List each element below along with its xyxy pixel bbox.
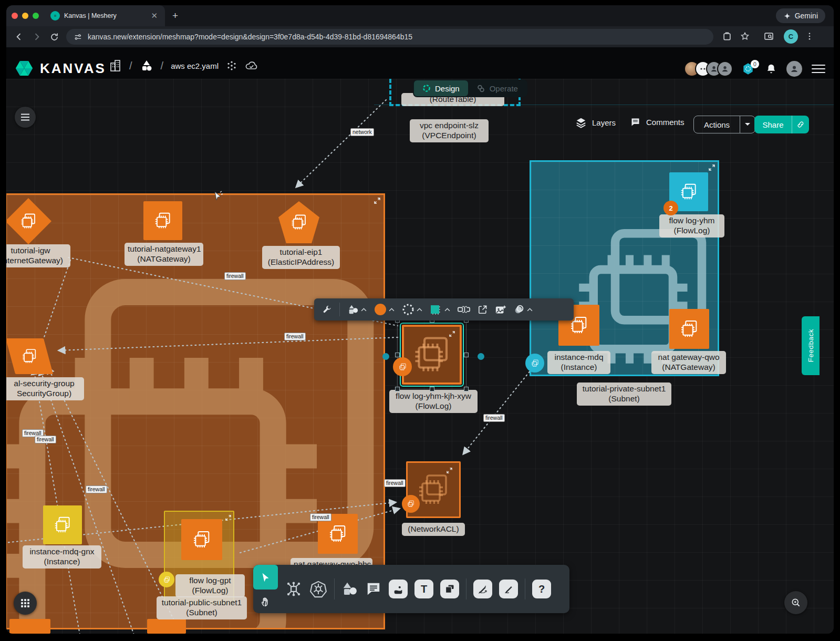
node-nat-gateway-qwo[interactable]	[669, 309, 709, 349]
save-icon[interactable]	[722, 31, 732, 42]
app-menu-icon[interactable]	[812, 62, 825, 76]
kanvas-hexagon-icon	[15, 59, 34, 78]
select-tool-button[interactable]	[253, 565, 278, 590]
layer-order-picker[interactable]	[510, 298, 536, 320]
selection-bounds[interactable]	[397, 320, 466, 389]
flow-log-selected-badge[interactable]	[393, 357, 412, 376]
node-nat-gateway-1[interactable]	[143, 201, 182, 240]
edge-connector-dot[interactable]	[382, 353, 389, 360]
collapse-icon[interactable]	[709, 164, 715, 171]
workspace-shapes-icon[interactable]	[140, 59, 153, 72]
merge-design-icon[interactable]	[226, 60, 237, 71]
add-image-icon[interactable]	[491, 298, 510, 320]
search-tabs-icon[interactable]	[763, 31, 774, 42]
resize-handle[interactable]	[464, 353, 469, 357]
tab-design[interactable]: Design	[414, 80, 468, 96]
reload-icon[interactable]	[49, 32, 59, 42]
resize-handle[interactable]	[464, 387, 469, 391]
new-tab-button[interactable]: +	[172, 11, 178, 20]
resize-handle[interactable]	[430, 387, 434, 391]
share-button[interactable]: Share	[754, 116, 809, 133]
fill-style-picker[interactable]	[426, 298, 454, 320]
shapes-tool[interactable]	[341, 581, 358, 597]
close-window-button[interactable]	[12, 13, 18, 19]
user-profile-avatar[interactable]	[785, 60, 803, 78]
node-label-security-group: al-security-groupSecurityGroup)	[6, 377, 84, 400]
kanvas-logo[interactable]: KANVAS	[15, 59, 106, 78]
node-label-flowlog-yhm: flow log-yhm(FlowLog)	[659, 214, 724, 237]
design-file-name[interactable]: aws ec2.yaml	[171, 61, 219, 70]
comments-button[interactable]: Comments	[629, 117, 685, 128]
browser-tab[interactable]: Kanvas | Meshery ✕	[6, 5, 165, 26]
address-bar[interactable]: kanvas.new/extension/meshmap?mode=design…	[66, 29, 713, 45]
minimize-window-button[interactable]	[22, 13, 28, 19]
configure-wrench-icon[interactable]	[318, 298, 336, 320]
node-partial-bottom[interactable]	[9, 619, 50, 634]
apps-grid-button[interactable]	[14, 592, 37, 615]
text-tool[interactable]: T	[414, 580, 433, 598]
edge-label-firewall: firewall	[86, 485, 107, 493]
cloud-sync-icon[interactable]	[245, 60, 258, 71]
node-label-flowlog-gpt: flow log-gpt(FlowLog)	[175, 574, 245, 597]
actions-dropdown-caret[interactable]	[740, 122, 755, 127]
collapse-icon[interactable]	[225, 515, 231, 521]
line-tool[interactable]	[473, 580, 492, 598]
edge-connector-dot[interactable]	[478, 353, 484, 360]
back-icon[interactable]	[14, 32, 24, 42]
resize-handle[interactable]	[395, 387, 400, 391]
site-settings-icon[interactable]	[74, 33, 82, 42]
tab-operate[interactable]: Operate	[468, 80, 526, 96]
collapse-icon[interactable]	[447, 468, 452, 473]
session-count: 0	[751, 60, 759, 68]
organization-icon[interactable]	[109, 59, 122, 73]
actions-button[interactable]: Actions	[693, 116, 755, 133]
sessions-badge[interactable]: 0	[741, 62, 757, 76]
shape-picker[interactable]	[344, 298, 370, 320]
rename-icon[interactable]	[454, 298, 474, 320]
kubernetes-tool[interactable]	[309, 580, 327, 598]
share-link-icon[interactable]	[792, 120, 809, 129]
maximize-window-button[interactable]	[33, 13, 39, 19]
layers-icon	[575, 117, 587, 128]
browser-menu-icon[interactable]	[805, 31, 814, 42]
node-label-natgw-qwo: nat gateway-qwo(NATGateway)	[651, 351, 726, 374]
node-label-public-subnet: tutorial-public-subnet1(Subnet)	[157, 596, 247, 619]
open-in-new-icon[interactable]	[474, 298, 491, 320]
tab-close-icon[interactable]: ✕	[149, 11, 160, 20]
node-flow-log-gpt[interactable]	[181, 519, 222, 560]
fill-color-picker[interactable]	[370, 298, 398, 320]
resize-handle[interactable]	[395, 353, 400, 357]
flow-log-yhm-badge[interactable]: 2	[663, 201, 678, 215]
breadcrumb-separator: /	[161, 60, 164, 72]
subnet-edge-connector[interactable]	[525, 354, 544, 373]
zoom-button[interactable]	[784, 591, 807, 614]
flow-log-gpt-badge[interactable]	[159, 572, 174, 587]
feedback-tab[interactable]: Feedback	[802, 316, 820, 375]
layers-button[interactable]: Layers	[575, 117, 616, 128]
note-tool[interactable]	[440, 580, 459, 598]
notifications-bell-icon[interactable]	[765, 63, 777, 75]
node-instance-mdq-gnx[interactable]	[43, 505, 82, 544]
network-acl-badge[interactable]	[402, 495, 420, 513]
border-style-picker[interactable]	[398, 298, 426, 320]
sticker-tool[interactable]	[389, 580, 408, 598]
comment-tool[interactable]	[365, 581, 382, 597]
components-tool[interactable]	[285, 580, 303, 598]
gemini-button[interactable]: Gemini	[776, 8, 825, 23]
node-partial-bottom[interactable]	[147, 619, 186, 634]
collapse-icon[interactable]	[374, 198, 380, 204]
chrome-profile-avatar[interactable]: C	[784, 29, 798, 44]
pan-tool-button[interactable]	[253, 590, 278, 613]
help-button[interactable]: ?	[532, 580, 551, 598]
bookmark-star-icon[interactable]	[740, 31, 750, 42]
url-text: kanvas.new/extension/meshmap?mode=design…	[88, 33, 412, 41]
forward-icon[interactable]	[32, 32, 42, 42]
collaborator-avatars[interactable]	[684, 61, 733, 77]
design-canvas[interactable]: (RouteTable) vpc endpoint-slz(VPCEndpoin…	[6, 79, 834, 634]
canvas-menu-button[interactable]	[15, 107, 36, 128]
freehand-tool[interactable]	[499, 580, 518, 598]
collaborator-avatar[interactable]	[717, 61, 733, 77]
node-label-igw: tutorial-igw(InternetGateway)	[6, 244, 70, 267]
collapse-icon[interactable]	[449, 331, 455, 337]
node-label-instance-gnx: instance-mdq-gnx(Instance)	[23, 545, 101, 568]
